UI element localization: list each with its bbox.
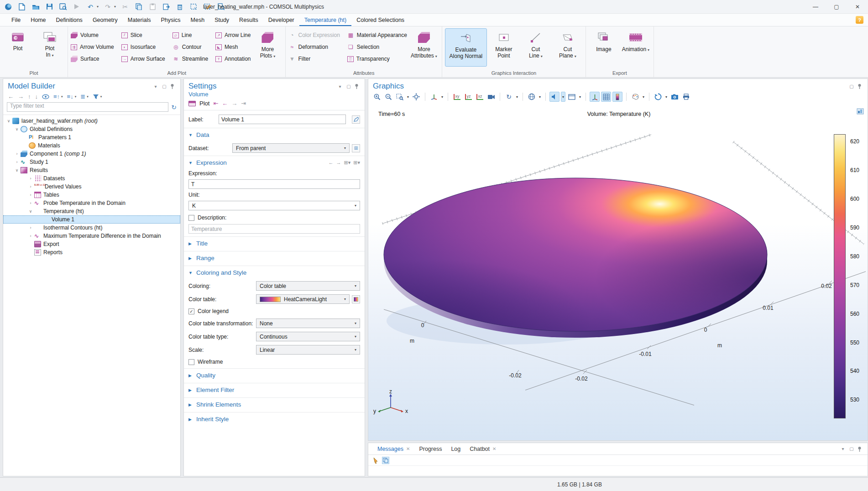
pin-icon[interactable]	[858, 446, 863, 452]
plot-in-button[interactable]: Plot In	[35, 28, 65, 67]
float-panel-icon[interactable]: ▢	[346, 84, 351, 89]
sound-icon[interactable]	[549, 92, 559, 102]
add-plot-arrow-surface[interactable]: →Arrow Surface	[121, 56, 165, 62]
section-element-filter[interactable]: ▶Element Filter	[184, 383, 365, 397]
description-checkbox[interactable]	[188, 215, 194, 221]
move-up-icon[interactable]: ↑	[28, 93, 31, 100]
pin-icon[interactable]	[355, 84, 360, 89]
view-xz-icon[interactable]: xz	[475, 92, 485, 102]
chevron-down-icon[interactable]: ▾	[406, 95, 410, 99]
tab-physics[interactable]: Physics	[156, 14, 185, 26]
color-palette-icon[interactable]	[630, 92, 640, 102]
last-plot-icon[interactable]: ⇥	[241, 100, 246, 107]
chevron-down-icon[interactable]: ▾	[440, 95, 444, 99]
save-as-icon[interactable]	[58, 2, 68, 11]
previous-plot-icon[interactable]: ←	[222, 100, 228, 107]
wireframe-checkbox[interactable]	[188, 359, 194, 365]
collapse-tree-icon[interactable]: ≡↓	[67, 93, 73, 100]
color-table-select[interactable]: HeatCameraLight▾	[256, 294, 350, 304]
chevron-down-icon[interactable]: ▾	[538, 95, 542, 99]
cut-plane-button[interactable]: Cut Plane	[553, 28, 583, 67]
show-grid-icon[interactable]	[601, 92, 611, 102]
tree-row-derived-values[interactable]: ›8.85 e-12Derived Values	[3, 183, 180, 191]
pin-icon[interactable]	[170, 84, 176, 89]
label-input[interactable]: Volume 1	[219, 115, 346, 124]
tree-row-component[interactable]: ›Component 1(comp 1)	[3, 150, 180, 158]
tree-filter-input[interactable]: Type filter text	[7, 102, 168, 112]
tree-row-tables[interactable]: ›Tables	[3, 191, 180, 199]
add-plot-arrow-volume[interactable]: ⇶Arrow Volume	[71, 44, 114, 50]
attr-filter[interactable]: ▼Filter	[288, 56, 340, 62]
tab-definitions[interactable]: Definitions	[51, 14, 88, 26]
chevron-down-icon[interactable]: ▾	[578, 95, 582, 99]
nav-back-icon[interactable]: ←	[8, 93, 14, 100]
section-quality[interactable]: ▶Quality	[184, 368, 365, 382]
add-plot-slice[interactable]: ⫽Slice	[121, 32, 165, 38]
panel-menu-icon[interactable]: ▾	[337, 84, 343, 89]
add-plot-mesh[interactable]: ◣Mesh	[215, 44, 251, 50]
save-icon[interactable]	[45, 2, 54, 11]
tree-row-reports[interactable]: Reports	[3, 248, 180, 256]
settings-plot-button[interactable]: Plot	[199, 100, 209, 107]
select-box-icon[interactable]	[189, 2, 198, 11]
tree-row-temperature-ht[interactable]: ∨Temperature (ht)	[3, 207, 180, 215]
color-table-transformation-select[interactable]: None▾	[256, 319, 360, 328]
tree-row-volume-1[interactable]: Volume 1	[3, 215, 180, 224]
marker-point-button[interactable]: Marker Point	[489, 28, 519, 67]
cut-icon[interactable]: ✂	[120, 2, 130, 11]
tab-log[interactable]: Log	[446, 443, 465, 454]
replace-expression-icon[interactable]: ⊞▾	[344, 160, 351, 166]
section-title[interactable]: ▶Title	[184, 236, 365, 250]
add-plot-volume[interactable]: Volume	[71, 32, 114, 38]
zoom-in-icon[interactable]	[372, 92, 382, 102]
tree-row-materials[interactable]: Materials	[3, 141, 180, 150]
unit-select[interactable]: K▾	[188, 201, 360, 210]
tab-progress[interactable]: Progress	[414, 443, 446, 454]
default-view-icon[interactable]	[486, 92, 496, 102]
zoom-box-icon[interactable]	[395, 92, 405, 102]
paste-icon[interactable]	[148, 2, 157, 11]
panel-menu-icon[interactable]: ▾	[840, 446, 846, 451]
help-icon[interactable]: ?	[856, 16, 863, 24]
section-coloring-and-style[interactable]: ▼Coloring and Style	[184, 266, 365, 279]
add-plot-isosurface[interactable]: ◗Isosurface	[121, 44, 165, 50]
float-panel-icon[interactable]: ▢	[849, 446, 854, 451]
duplicate-icon[interactable]	[162, 2, 171, 11]
section-inherit-style[interactable]: ▶Inherit Style	[184, 412, 365, 426]
pin-icon[interactable]	[858, 84, 863, 89]
section-shrink-elements[interactable]: ▶Shrink Elements	[184, 397, 365, 411]
tab-mesh[interactable]: Mesh	[186, 14, 210, 26]
float-panel-icon[interactable]: ▢	[162, 84, 167, 89]
tab-study[interactable]: Study	[209, 14, 234, 26]
add-plot-annotation[interactable]: TAnnotation	[215, 56, 251, 62]
dataset-select[interactable]: From parent▾	[232, 143, 350, 153]
update-plot-icon[interactable]	[653, 92, 663, 102]
add-plot-streamline[interactable]: ≋Streamline	[173, 56, 208, 62]
scale-select[interactable]: Linear▾	[256, 345, 360, 355]
first-plot-icon[interactable]: ⇤	[213, 100, 218, 107]
edit-color-table-icon[interactable]	[352, 295, 360, 303]
undo-menu-icon[interactable]: ▾	[97, 5, 99, 9]
open-file-icon[interactable]	[31, 2, 40, 11]
add-plot-line[interactable]: ▱Line	[173, 32, 208, 38]
plot-canvas[interactable]: Time=60 s Volume: Temperature (K)	[368, 106, 868, 440]
color-legend-checkbox[interactable]: ✓	[188, 308, 194, 314]
close-button[interactable]: ✕	[847, 0, 868, 14]
more-plots-button[interactable]: More Plots	[252, 28, 282, 67]
tab-geometry[interactable]: Geometry	[88, 14, 123, 26]
edit-dataset-icon[interactable]: ⊞	[352, 144, 360, 152]
expand-tree-icon[interactable]: ≡↑	[53, 93, 60, 100]
attr-transparency[interactable]: ▒Transparency	[347, 56, 407, 62]
tab-materials[interactable]: Materials	[123, 14, 156, 26]
add-plot-contour[interactable]: ◎Contour	[173, 44, 208, 50]
rotate-view-icon[interactable]: ↻	[504, 92, 514, 102]
section-expression[interactable]: ▼Expression ←→⊞▾⊞▾	[184, 156, 365, 169]
description-input[interactable]: Temperature	[188, 224, 360, 234]
section-range[interactable]: ▶Range	[184, 251, 365, 265]
add-plot-arrow-line[interactable]: ↗Arrow Line	[215, 32, 251, 38]
tree-row-max-temperature-difference[interactable]: ›∿Maximum Temperature Difference in the …	[3, 232, 180, 240]
view-yz-icon[interactable]: yz	[463, 92, 473, 102]
zoom-extents-icon[interactable]	[411, 92, 421, 102]
scene-projection-icon[interactable]	[527, 92, 537, 102]
attr-material-appearance[interactable]: ▦Material Appearance	[347, 32, 407, 38]
